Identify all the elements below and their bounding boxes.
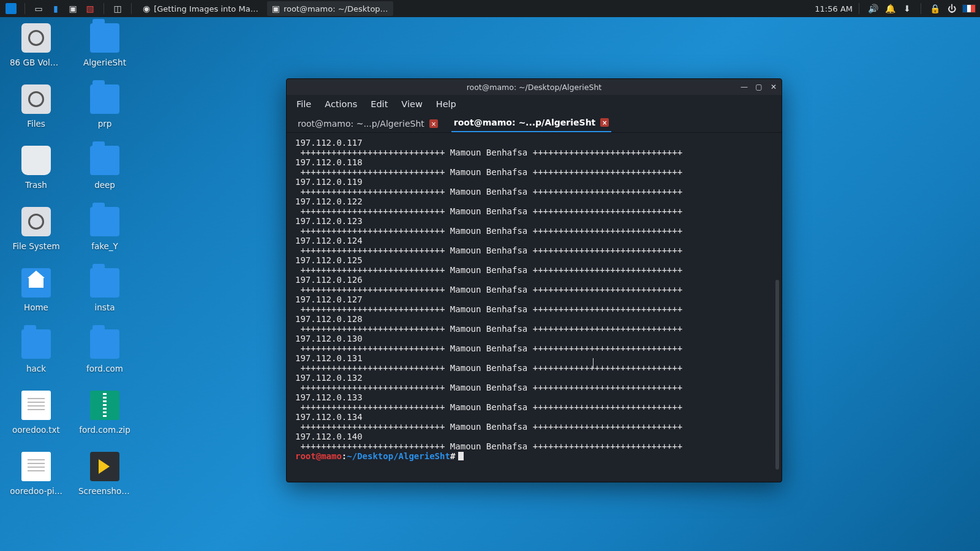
desktop-item[interactable]: ford.com [78,329,131,373]
terminal-tabs: root@mamo: ~...p/AlgerieSht×root@mamo: ~… [287,113,782,133]
bell-icon: 🔔 [885,4,895,13]
desktop-item-label: ford.com [86,364,123,373]
menu-item-actions[interactable]: Actions [325,99,357,109]
desktop-item-label: ooredoo.txt [12,425,60,435]
prompt-user: root@mamo [295,451,342,461]
notifications-button[interactable]: 🔔 [883,1,897,16]
desktop-item-label: prp [98,119,112,129]
terminal-tab[interactable]: root@mamo: ~...p/AlgerieSht× [295,116,440,132]
desktop-item[interactable]: Trash [10,146,62,190]
keyboard-layout-button[interactable] [962,1,976,16]
desktop-item-label: Files [27,119,45,129]
menu-bar: FileActionsEditViewHelp [287,95,782,113]
folder-icon: ▮ [53,4,58,13]
desktop-item-label: ooredoo-pi... [10,486,62,496]
desktop-item-label: File System [12,241,59,251]
download-icon: ⬇ [903,4,911,13]
separator [859,3,859,14]
text-icon [21,452,51,481]
desktop: 86 GB Volu...FilesTrashFile SystemHomeha… [10,23,131,496]
menu-item-help[interactable]: Help [436,99,456,109]
folder-icon [90,23,119,53]
desktop-item[interactable]: AlgerieSht [78,23,131,67]
updates-button[interactable]: ⬇ [900,1,914,16]
folder-icon [90,268,119,298]
desktop-item[interactable]: Home [10,268,62,312]
separator [24,3,25,14]
drive-icon [21,84,51,114]
terminal-output[interactable]: 197.112.0.117 ++++++++++++++++++++++++++… [287,133,774,476]
desktop-icon: ▭ [34,4,42,13]
volume-icon: 🔊 [868,4,878,13]
terminal-tab[interactable]: root@mamo: ~...p/AlgerieSht× [451,114,611,132]
desktop-item[interactable]: prp [78,84,131,129]
home-icon [21,268,51,298]
clock[interactable]: 11:56 AM [815,4,853,13]
task-label: root@mamo: ~/Desktop… [284,4,388,13]
drive-icon [21,23,51,53]
text-cursor-icon [593,358,594,368]
titlebar[interactable]: root@mamo: ~/Desktop/AlgerieSht — ▢ ✕ [287,79,782,95]
app-menu-button[interactable] [4,1,18,16]
menu-item-file[interactable]: File [296,99,311,109]
tab-close-button[interactable]: × [429,119,438,128]
editor-launcher-button[interactable]: ▧ [83,1,97,16]
separator [104,3,104,14]
prompt-hash: # [450,451,455,461]
desktop-item[interactable]: hack [10,329,62,373]
kali-logo-icon [6,3,17,14]
tab-label: root@mamo: ~...p/AlgerieSht [298,119,424,129]
desktop-item[interactable]: File System [10,207,62,251]
drive-icon [21,207,51,236]
task-list: ◉[Getting Images into Ma…▣root@mamo: ~/D… [138,1,393,16]
desktop-item[interactable]: ooredoo.txt [10,391,62,435]
prompt-path: ~/Desktop/AlgerieSht [347,451,450,461]
desktop-item[interactable]: ford.com.zip [78,391,131,435]
folder-icon [21,329,51,359]
minimize-button[interactable]: — [740,83,748,91]
file-manager-button[interactable]: ▮ [48,1,63,16]
folder-icon [90,146,119,175]
desktop-item[interactable]: fake_Y [78,207,131,251]
task-button[interactable]: ◉[Getting Images into Ma… [138,1,263,16]
trash-icon [21,146,51,175]
task-button[interactable]: ▣root@mamo: ~/Desktop… [267,1,393,16]
lock-icon: 🔒 [930,4,940,13]
menu-item-edit[interactable]: Edit [371,99,388,109]
play-icon [90,452,119,481]
scrollbar[interactable] [775,280,779,470]
lock-button[interactable]: 🔒 [927,1,942,16]
top-panel: ▭ ▮ ▣ ▧ ◫ ◉[Getting Images into Ma…▣root… [0,0,980,17]
desktop-item-label: Home [24,302,48,312]
folder-icon [90,84,119,114]
workspace-switcher[interactable]: ◫ [110,1,125,16]
desktop-item-label: insta [95,302,115,312]
desktop-item[interactable]: 86 GB Volu... [10,23,62,67]
desktop-item[interactable]: deep [78,146,131,190]
folder-icon [90,329,119,359]
menu-item-view[interactable]: View [401,99,422,109]
desktop-item-label: hack [26,364,46,373]
desktop-item-label: deep [94,180,115,190]
desktop-item[interactable]: insta [78,268,131,312]
desktop-item[interactable]: Files [10,84,62,129]
tab-close-button[interactable]: × [600,118,609,127]
close-button[interactable]: ✕ [769,83,778,91]
show-desktop-button[interactable]: ▭ [31,1,46,16]
folder-icon [90,207,119,236]
workspace-icon: ◫ [113,4,121,13]
editor-icon: ▧ [86,4,94,13]
zip-icon [90,391,119,420]
tab-label: root@mamo: ~...p/AlgerieSht [454,118,595,127]
terminal-icon: ▣ [69,4,77,13]
power-button[interactable]: ⏻ [944,1,959,16]
desktop-item[interactable]: ooredoo-pi... [10,452,62,496]
chrome-icon: ◉ [143,4,150,13]
desktop-item[interactable]: Screenshot... [78,452,131,496]
desktop-item-label: 86 GB Volu... [10,58,62,67]
maximize-button[interactable]: ▢ [755,83,763,91]
volume-button[interactable]: 🔊 [865,1,880,16]
separator [131,3,132,14]
text-icon [21,391,51,420]
terminal-launcher-button[interactable]: ▣ [66,1,80,16]
